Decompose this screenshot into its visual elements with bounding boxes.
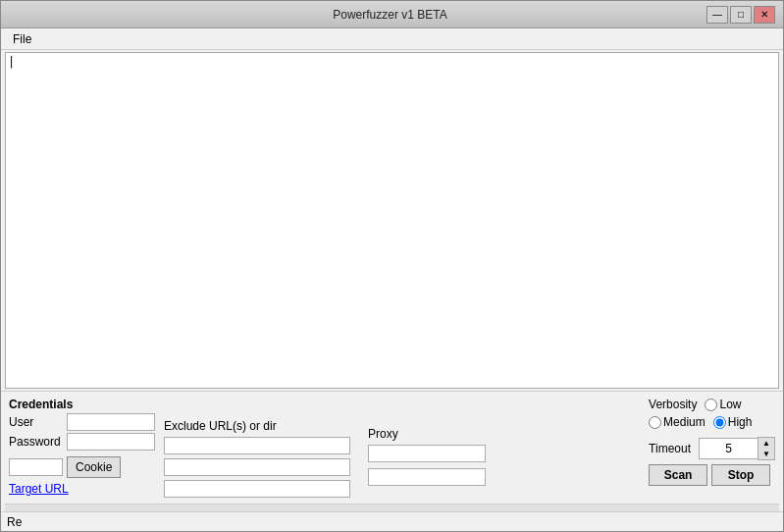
password-row: Password [9,433,156,451]
verbosity-high: High [713,415,753,429]
verbosity-high-label: High [728,415,753,429]
timeout-input[interactable] [699,438,758,459]
minimize-button[interactable]: — [706,6,728,24]
cookie-input[interactable] [9,458,63,476]
verbosity-low-radio[interactable] [705,399,717,411]
target-url-label[interactable]: Target URL [9,482,156,496]
credentials-section: Credentials User Password Cookie Target … [9,398,156,496]
cookie-row: Cookie [9,456,156,478]
timeout-scan-row: Timeout ▲ ▼ [649,437,775,460]
password-input[interactable] [67,433,155,451]
verbosity-medium-high-row: Medium High [649,415,775,429]
window-controls: — □ ✕ [706,6,775,24]
scan-stop-row: Scan Stop [649,464,775,486]
main-content: | Credentials User Password [1,50,783,531]
output-area[interactable]: | [5,52,779,389]
main-window: Powerfuzzer v1 BETA — □ ✕ File | Credent… [0,0,784,532]
file-menu[interactable]: File [5,30,39,48]
user-label: User [9,415,63,429]
verbosity-low: Low [705,398,741,411]
status-text: Re [7,515,22,529]
status-bar: Re [1,511,783,531]
user-input[interactable] [67,413,155,431]
scan-button[interactable]: Scan [649,464,707,486]
verbosity-medium: Medium [649,415,706,429]
exclude-label: Exclude URL(s) or dir [164,419,350,433]
verbosity-label: Verbosity [649,398,697,411]
proxy-input-2[interactable] [368,468,486,486]
window-title: Powerfuzzer v1 BETA [74,8,706,22]
verbosity-medium-label: Medium [663,415,706,429]
verbosity-low-label: Low [719,398,741,411]
credentials-header: Credentials [9,398,156,411]
timeout-spinner: ▲ ▼ [699,437,775,460]
spinner-down-button[interactable]: ▼ [758,449,774,459]
verbosity-high-radio[interactable] [713,416,726,429]
restore-button[interactable]: □ [730,6,752,24]
cursor: | [8,55,15,69]
timeout-label: Timeout [649,442,691,455]
proxy-input-1[interactable] [368,445,486,462]
mid-input-3[interactable] [164,480,350,498]
title-bar: Powerfuzzer v1 BETA — □ ✕ [1,1,783,28]
user-row: User [9,413,156,431]
spinner-up-button[interactable]: ▲ [758,438,774,449]
verbosity-medium-radio[interactable] [649,416,661,429]
mid-inputs [164,437,350,498]
verbosity-row: Verbosity Low [649,398,775,411]
right-section: Verbosity Low Medium [600,398,775,486]
mid-input-1[interactable] [164,437,350,454]
cookie-button[interactable]: Cookie [67,456,121,478]
stop-button[interactable]: Stop [711,464,770,486]
password-label: Password [9,435,63,449]
mid-input-2[interactable] [164,458,350,476]
proxy-label: Proxy [368,427,486,441]
menu-bar: File [1,28,783,50]
spinner-buttons: ▲ ▼ [758,437,775,460]
bottom-panel: Credentials User Password Cookie Target … [1,391,783,504]
middle-section: Exclude URL(s) or dir [164,419,350,498]
close-button[interactable]: ✕ [754,6,775,24]
horizontal-scrollbar[interactable] [5,504,779,511]
proxy-section: Proxy [368,427,486,486]
